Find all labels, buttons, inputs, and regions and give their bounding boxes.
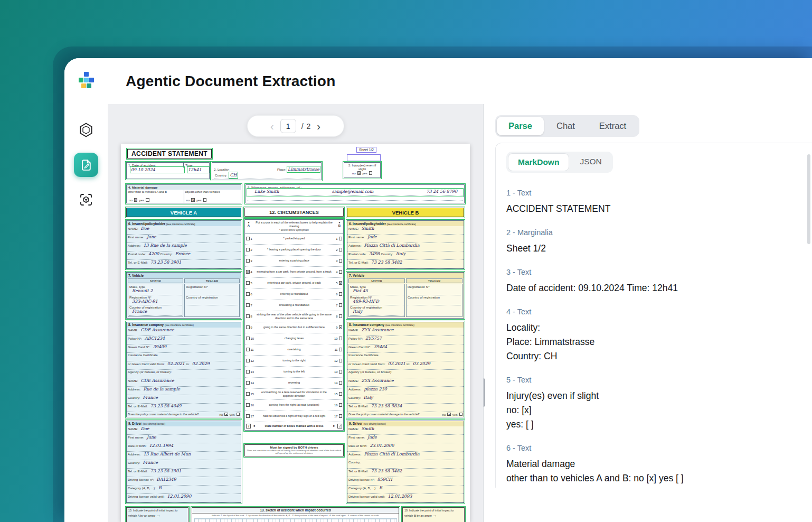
field-row: Green Card N°: 39409: [127, 344, 241, 353]
field-row: Date of birth: 12.01.1994: [127, 443, 241, 452]
field-label: Country:: [348, 396, 361, 399]
tab-json[interactable]: JSON: [570, 153, 611, 171]
result-label: 4 - Text: [506, 307, 801, 316]
result-label: 6 - Text: [506, 444, 801, 452]
circumstance-text: reversing: [257, 381, 332, 385]
field-label: First name:: [128, 435, 144, 439]
field-row: NAME: ZYX Assurance: [347, 378, 464, 387]
field-label: Address:: [348, 244, 361, 247]
field-row: Address: 13 Rue Albert de Mun: [127, 452, 241, 460]
previous-page-button[interactable]: ‹: [269, 121, 275, 132]
date-of-accident-field: 1. Date of accident Time 09.10.2024 12h4…: [126, 162, 210, 179]
results-panel: Parse Chat Extract MarkDown JSON 1 - Tex…: [483, 104, 812, 522]
vehicle-a-checkbox: [246, 337, 250, 340]
page-number-input[interactable]: 1: [280, 119, 296, 133]
vehicle-a-checkbox: [246, 259, 250, 263]
row-number-left: 5: [251, 282, 256, 285]
field-value: BA12349: [157, 477, 176, 482]
circumstance-row: 14 reversing 14: [245, 378, 343, 389]
row-number-left: 12: [251, 359, 256, 362]
field-value: 03.2021: [388, 361, 405, 366]
field-row: Policy N°: ZY5757: [347, 336, 464, 344]
tab-parse[interactable]: Parse: [497, 117, 544, 135]
row-number-left: 3: [251, 259, 256, 263]
circumstance-row: 2 * leaving a parking place/ opening the…: [245, 245, 343, 256]
circumstances-header: 12. CIRCUMSTANCES: [244, 208, 344, 217]
row-number-left: 7: [251, 304, 256, 307]
tab-chat[interactable]: Chat: [545, 117, 587, 135]
field-row: NAME: ZYX Assurance: [347, 328, 464, 336]
vehicle-a-checkbox: [246, 348, 250, 351]
field-row: First name: Jade: [347, 435, 464, 443]
circumstance-row: 7 circulating a roundabout 7: [245, 300, 343, 311]
circumstance-row: 6 entering a roundabout 6: [245, 289, 343, 300]
field-row: First name: Jane: [127, 235, 241, 243]
field-rows: NAME: Doe First name: Jane: [127, 426, 241, 502]
section-note: (see insurance certificate): [166, 223, 195, 226]
field-label: Address:: [348, 452, 361, 456]
right-arrow-icon: →: [432, 512, 437, 518]
tab-extract[interactable]: Extract: [588, 117, 638, 135]
option-text: other than to vehicles A and B: [128, 190, 183, 198]
circumstance-totals: 1 ◄ state number of boxes marked with a …: [245, 422, 343, 430]
field-row: Insurance Certificate: [347, 353, 464, 361]
result-item: 5 - Text Injury(es) even if slight no: […: [506, 376, 801, 432]
vehicle-a-checkbox: [246, 314, 250, 318]
section-title: 8. Insurance company: [349, 323, 384, 327]
panel-scrollbar[interactable]: [807, 154, 810, 244]
field-value: 39409: [153, 344, 166, 349]
parse-results-card: MarkDown JSON 1 - Text ACCIDENT STATEMEN…: [495, 143, 812, 488]
injury-label: 3. Injury(es) even if slight: [345, 163, 379, 171]
sidebar-item-models[interactable]: [74, 118, 98, 142]
circumstance-text: turning to the right: [257, 359, 332, 362]
row-number-right: 15: [333, 393, 338, 396]
next-page-button[interactable]: ›: [316, 121, 322, 132]
tab-markdown[interactable]: MarkDown: [508, 153, 569, 171]
field-label: Driving licence n°:: [348, 478, 375, 481]
damage-question-text: Does the policy cover material damage to…: [348, 413, 440, 416]
field-row: Tel. or E-Mail: 73 23 58 4049: [127, 404, 241, 412]
result-lines: Date of accident: 09.10.2024 Time: 12h41: [506, 281, 801, 295]
app-logo: [64, 72, 108, 91]
signature-note: Does not constitute an admission of liab…: [247, 449, 342, 455]
panel-resize-handle[interactable]: [483, 377, 486, 408]
witness-name: Luke Smith: [254, 189, 279, 194]
page-navigator: ‹ 1 /2 ›: [247, 115, 344, 137]
circumstance-text: entering a car park, private ground, a t…: [257, 281, 332, 285]
damage-question: Does the policy cover material damage to…: [347, 412, 464, 417]
result-item: 4 - Text Locality: Place: Limmatstrasse …: [506, 307, 801, 363]
vehicle-a-checkbox: [246, 303, 250, 307]
trailer-header: TRAILER: [406, 278, 462, 283]
field-row: Driving licence valid until: 12.01.2093: [347, 494, 464, 502]
app-window: Agentic Document Extraction: [64, 58, 812, 522]
circumstance-text: entering a roundabout: [257, 292, 332, 296]
row-number-left: 15: [251, 393, 256, 396]
field-label: Agency (or bureau, or broker):: [348, 370, 392, 374]
row-number-right: 17: [333, 415, 338, 418]
field-label: Country:: [348, 460, 361, 464]
field-value: piazza 230: [364, 387, 386, 392]
field-value: 13 Rue de la sample: [143, 243, 186, 248]
sidebar-item-document-extraction[interactable]: [74, 153, 98, 177]
field-value: 73 23 58 4049: [150, 404, 182, 408]
field-row: Tel. or E-Mail: 73 23 58 9834: [347, 404, 464, 412]
field-label-2: to:: [186, 362, 190, 366]
row-number-right: 5: [333, 282, 338, 285]
material-damage-label: 4. Material damage: [127, 185, 241, 190]
intro-note: * delete where appropriate: [252, 229, 336, 232]
row-number-left: 1: [251, 237, 256, 240]
result-item: 3 - Text Date of accident: 09.10.2024 Ti…: [506, 268, 801, 295]
sidebar-item-scan[interactable]: [74, 188, 98, 212]
field-label: Green Card N°:: [348, 345, 371, 349]
section-title: 6. Insured/policyholder: [128, 222, 165, 226]
circumstance-row: 8 striking the rear of the other vehicle…: [245, 311, 343, 322]
country-reg-label: Country of registration: [186, 295, 238, 299]
yes-label: yes: [139, 198, 144, 202]
field-row: Address: Rue de la sample: [127, 387, 241, 395]
field-value: Doe: [141, 426, 149, 431]
row-number-left: 2: [251, 248, 256, 251]
field-value: 73 23 58 3901: [150, 469, 182, 473]
vehicle-b-checkbox: [339, 292, 343, 296]
place-label: Place:: [277, 167, 286, 171]
field-value: 3498: [369, 251, 380, 256]
